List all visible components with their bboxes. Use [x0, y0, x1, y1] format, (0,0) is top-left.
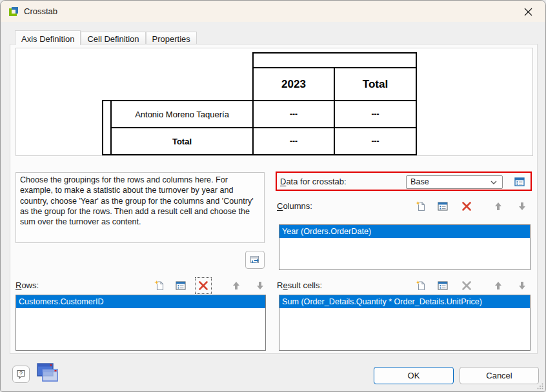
rows-move-up-button[interactable]: [230, 279, 243, 292]
result-cells-move-up-button[interactable]: [492, 279, 505, 292]
crosstab-preview: 2023 Total Antonio Moreno Taquería --- -…: [15, 48, 533, 156]
result-cells-new-item-button[interactable]: [414, 279, 427, 292]
axis-definition-panel: 2023 Total Antonio Moreno Taquería --- -…: [10, 44, 538, 354]
data-source-properties-button[interactable]: [513, 175, 526, 188]
result-cells-label: Result cells:: [277, 280, 322, 290]
preview-row-label: Antonio Moreno Taquería: [110, 100, 254, 128]
window-title: Crosstab: [24, 6, 57, 16]
svg-text:?: ?: [19, 369, 23, 376]
rows-new-item-button[interactable]: [153, 279, 166, 292]
tab-cell-definition[interactable]: Cell Definition: [81, 32, 145, 44]
resize-grip[interactable]: [537, 383, 543, 389]
columns-list-item[interactable]: Year (Orders.OrderDate): [279, 225, 530, 238]
data-for-crosstab-label: Data for crosstab:: [280, 177, 347, 186]
crosstab-logo-icon: [8, 6, 19, 17]
result-cells-delete-button[interactable]: [460, 279, 473, 292]
rows-properties-button[interactable]: [174, 279, 187, 292]
ok-button[interactable]: OK: [374, 367, 454, 384]
cancel-button[interactable]: Cancel: [460, 367, 539, 384]
preview-data-cell: ---: [252, 127, 335, 155]
preview-col-header: Total: [334, 67, 417, 101]
columns-move-down-button[interactable]: [516, 200, 529, 213]
rows-list-item[interactable]: Customers.CustomerID: [16, 295, 265, 308]
tab-properties[interactable]: Properties: [146, 32, 197, 44]
preview-data-cell: ---: [334, 127, 417, 155]
combo-value: Base: [410, 177, 429, 186]
titlebar: Crosstab: [1, 1, 545, 22]
columns-delete-button[interactable]: [460, 200, 473, 213]
preview-col-header: 2023: [252, 67, 335, 101]
overlapping-windows-icon[interactable]: [35, 362, 59, 386]
preview-corner-cell: [252, 52, 417, 68]
columns-properties-button[interactable]: [436, 200, 449, 213]
preview-row-label-total: Total: [110, 127, 254, 155]
crosstab-dialog: Crosstab Axis Definition Cell Definition…: [0, 0, 546, 392]
chevron-down-icon: [490, 181, 497, 185]
columns-new-item-button[interactable]: [414, 200, 427, 213]
result-cells-list-item[interactable]: Sum (Order_Details.Quantity * Order_Deta…: [279, 295, 530, 308]
preview-data-cell: ---: [252, 100, 335, 128]
data-for-crosstab-select[interactable]: Base: [406, 175, 503, 189]
tab-bar: Axis Definition Cell Definition Properti…: [15, 30, 197, 44]
columns-move-up-button[interactable]: [492, 200, 505, 213]
preview-data-cell: ---: [334, 100, 417, 128]
rows-label: Rows:: [15, 280, 39, 290]
swap-axes-icon: [250, 255, 261, 266]
tab-axis-definition[interactable]: Axis Definition: [15, 30, 81, 45]
result-cells-list[interactable]: Sum (Order_Details.Quantity * Order_Deta…: [279, 295, 531, 351]
description-text: Choose the groupings for the rows and co…: [15, 172, 265, 243]
help-icon: ?: [16, 369, 26, 380]
rows-delete-button[interactable]: [197, 279, 210, 292]
columns-list[interactable]: Year (Orders.OrderDate): [279, 224, 531, 270]
columns-label: Columns:: [277, 201, 312, 211]
help-button[interactable]: ?: [12, 366, 30, 383]
rows-list[interactable]: Customers.CustomerID: [15, 295, 266, 351]
result-cells-properties-button[interactable]: [436, 279, 449, 292]
result-cells-move-down-button[interactable]: [516, 279, 529, 292]
rows-move-down-button[interactable]: [254, 279, 267, 292]
swap-axes-button[interactable]: [245, 251, 265, 269]
close-icon[interactable]: [517, 3, 539, 20]
